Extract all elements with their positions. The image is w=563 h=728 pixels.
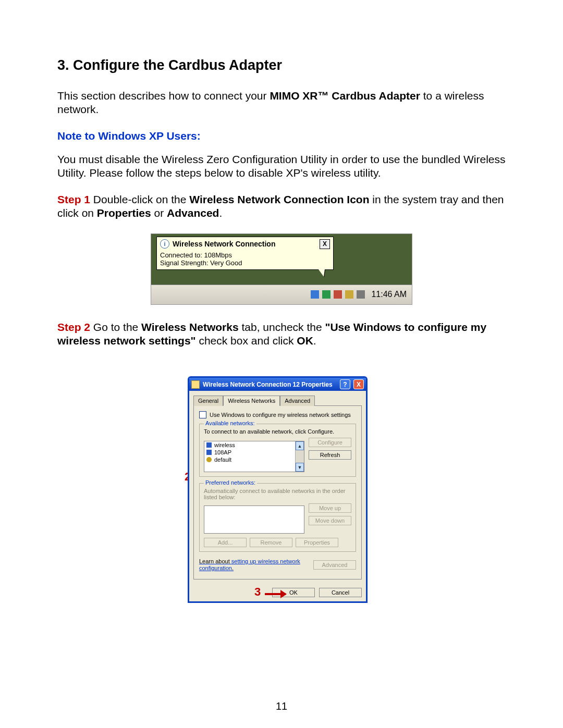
network-icon bbox=[206, 450, 212, 455]
net-name: 108AP bbox=[214, 449, 231, 455]
page-number: 11 bbox=[0, 700, 563, 712]
intro-bold: MIMO XR™ Cardbus Adapter bbox=[270, 90, 420, 102]
add-button[interactable]: Add... bbox=[204, 538, 247, 547]
dialog-title: Wireless Network Connection 12 Propertie… bbox=[203, 381, 333, 388]
tray-icon[interactable] bbox=[345, 290, 353, 299]
note-heading: Note to Windows XP Users: bbox=[57, 130, 506, 142]
section-heading: 3. Configure the Cardbus Adapter bbox=[57, 57, 506, 73]
network-icon bbox=[206, 457, 212, 462]
close-button[interactable]: X bbox=[353, 379, 364, 389]
use-windows-checkbox[interactable] bbox=[199, 411, 206, 418]
list-scrollbar[interactable]: ▲ ▼ bbox=[295, 441, 304, 472]
dialog-titlebar: Wireless Network Connection 12 Propertie… bbox=[189, 378, 366, 391]
available-networks-group: Available networks: To connect to an ava… bbox=[199, 424, 356, 477]
window-icon bbox=[191, 380, 200, 389]
refresh-button[interactable]: Refresh bbox=[309, 450, 351, 460]
tab-advanced[interactable]: Advanced bbox=[280, 396, 315, 406]
intro-paragraph: This section describes how to connect yo… bbox=[57, 89, 506, 117]
cancel-button[interactable]: Cancel bbox=[319, 588, 362, 597]
screenshot-dialog-wrap: 1 2 Wireless Network Connection 12 Prope… bbox=[188, 376, 375, 603]
tooltip-title: Wireless Network Connection bbox=[173, 240, 275, 248]
available-list[interactable]: wireless 108AP default ▲ ▼ bbox=[204, 441, 304, 472]
network-icon bbox=[206, 442, 212, 448]
moveup-button[interactable]: Move up bbox=[309, 503, 351, 513]
wireless-tooltip[interactable]: i Wireless Network Connection X Connecte… bbox=[156, 237, 334, 270]
step1-b2: Properties bbox=[97, 207, 151, 219]
step2-label: Step 2 bbox=[57, 321, 90, 333]
tab-wireless-networks[interactable]: Wireless Networks bbox=[223, 396, 280, 406]
step2-t4: . bbox=[313, 335, 316, 347]
annotation-3: 3 bbox=[254, 585, 261, 599]
tab-strip: General Wireless Networks Advanced bbox=[193, 396, 362, 406]
advanced-button[interactable]: Advanced bbox=[313, 560, 356, 570]
net-name: wireless bbox=[214, 442, 235, 448]
available-desc: To connect to an available network, clic… bbox=[204, 428, 351, 435]
step2-b3: OK bbox=[297, 335, 313, 347]
scroll-up-button[interactable]: ▲ bbox=[296, 441, 304, 450]
taskbar: 11:46 AM bbox=[151, 285, 412, 304]
step2-t1: Go to the bbox=[90, 321, 141, 333]
remove-button[interactable]: Remove bbox=[250, 538, 292, 547]
tooltip-line1: Connected to: 108Mbps bbox=[160, 251, 330, 260]
net-name: default bbox=[214, 456, 231, 463]
list-item: default bbox=[204, 456, 304, 463]
step1-label: Step 1 bbox=[57, 193, 90, 205]
properties-dialog: Wireless Network Connection 12 Propertie… bbox=[188, 376, 368, 603]
step2-paragraph: Step 2 Go to the Wireless Networks tab, … bbox=[57, 320, 506, 348]
preferred-networks-group: Preferred networks: Automatically connec… bbox=[199, 483, 356, 552]
list-item: 108AP bbox=[204, 449, 304, 456]
step1-t4: . bbox=[219, 207, 222, 219]
movedown-button[interactable]: Move down bbox=[309, 516, 351, 525]
tooltip-line2: Signal Strength: Very Good bbox=[160, 259, 330, 267]
available-legend: Available networks: bbox=[204, 420, 256, 426]
step1-b3: Advanced bbox=[167, 207, 219, 219]
learn-post: . bbox=[232, 565, 234, 571]
tab-general[interactable]: General bbox=[193, 396, 223, 406]
use-windows-label: Use Windows to configure my wireless net… bbox=[210, 412, 351, 418]
help-button[interactable]: ? bbox=[340, 379, 350, 389]
dialog-bottom-buttons: OK Cancel bbox=[189, 584, 366, 601]
properties-button[interactable]: Properties bbox=[296, 538, 338, 547]
tray-icon[interactable] bbox=[322, 290, 331, 299]
note-body: You must disable the Wireless Zero Confi… bbox=[57, 153, 506, 180]
info-icon: i bbox=[160, 239, 169, 249]
use-windows-check-row[interactable]: Use Windows to configure my wireless net… bbox=[199, 411, 356, 418]
step1-b1: Wireless Network Connection Icon bbox=[189, 193, 369, 205]
preferred-list[interactable] bbox=[204, 505, 304, 534]
step2-b1: Wireless Networks bbox=[141, 321, 239, 333]
learn-pre: Learn about bbox=[199, 558, 231, 564]
preferred-legend: Preferred networks: bbox=[204, 479, 257, 486]
step1-t3: or bbox=[151, 207, 167, 219]
list-item: wireless bbox=[204, 441, 304, 449]
tooltip-close-button[interactable]: X bbox=[320, 239, 330, 249]
step2-t2: tab, uncheck the bbox=[239, 321, 325, 333]
dialog-panel: Use Windows to configure my wireless net… bbox=[193, 405, 362, 579]
scroll-down-button[interactable]: ▼ bbox=[296, 463, 304, 472]
step1-t1: Double-click on the bbox=[90, 193, 189, 205]
taskbar-clock: 11:46 AM bbox=[371, 290, 407, 299]
tray-icon[interactable] bbox=[334, 290, 342, 299]
step2-t3: check box and click bbox=[196, 335, 297, 347]
intro-pre: This section describes how to connect yo… bbox=[57, 90, 270, 102]
configure-button[interactable]: Configure bbox=[309, 438, 351, 447]
screenshot-tooltip: i Wireless Network Connection X Connecte… bbox=[151, 233, 412, 305]
preferred-desc: Automatically connect to available netwo… bbox=[204, 488, 351, 500]
tray-icon[interactable] bbox=[311, 290, 319, 299]
step1-paragraph: Step 1 Double-click on the Wireless Netw… bbox=[57, 193, 506, 220]
annotation-3-arrow bbox=[265, 593, 286, 595]
ok-button[interactable]: OK bbox=[272, 588, 315, 597]
tooltip-arrow bbox=[319, 269, 325, 277]
tray-icon[interactable] bbox=[357, 290, 365, 299]
learn-link-text[interactable]: Learn about setting up wireless network … bbox=[199, 558, 308, 572]
